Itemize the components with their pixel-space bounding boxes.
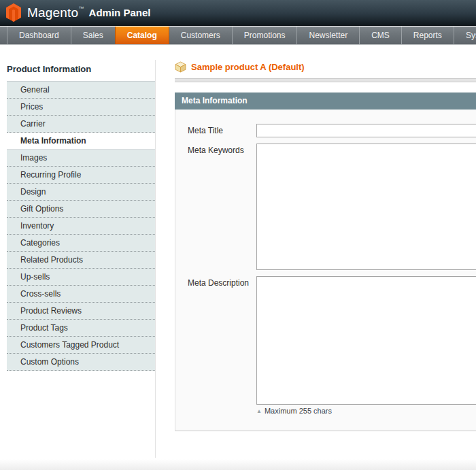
app-header: Magento™ Admin Panel xyxy=(0,0,476,26)
main-content: Sample product A (Default) Meta Informat… xyxy=(175,60,476,431)
trademark: ™ xyxy=(78,5,84,12)
nav-item[interactable]: Reports xyxy=(401,27,454,44)
nav-item[interactable]: Customers xyxy=(169,27,232,44)
meta-keywords-label: Meta Keywords xyxy=(188,144,256,270)
brand-subtitle: Admin Panel xyxy=(89,7,151,18)
sidebar-item[interactable]: Gift Options xyxy=(7,201,155,218)
page-bottom-band xyxy=(0,459,476,470)
sidebar-item[interactable]: Recurring Profile xyxy=(7,167,155,184)
sidebar-item[interactable]: Meta Information xyxy=(7,133,155,150)
main-navbar: DashboardSalesCatalogCustomersPromotions… xyxy=(0,27,476,45)
sidebar-menu: GeneralPricesCarrierMeta InformationImag… xyxy=(7,81,155,371)
nav-item[interactable]: Dashboard xyxy=(7,27,71,44)
sidebar-title: Product Information xyxy=(7,60,155,81)
meta-title-input[interactable] xyxy=(256,124,476,137)
brand-text: Magento™ xyxy=(27,5,84,20)
meta-title-label: Meta Title xyxy=(188,124,256,137)
meta-keywords-textarea[interactable] xyxy=(256,144,476,270)
sidebar-item[interactable]: Inventory xyxy=(7,218,155,235)
sidebar-item[interactable]: Custom Options xyxy=(7,354,155,371)
nav-item[interactable]: System xyxy=(454,27,476,44)
nav-item[interactable]: CMS xyxy=(359,27,401,44)
magento-logo-icon xyxy=(5,3,22,22)
meta-title-row: Meta Title xyxy=(188,124,476,137)
sidebar-item[interactable]: Related Products xyxy=(7,252,155,269)
sidebar-item[interactable]: Design xyxy=(7,184,155,201)
sidebar-item[interactable]: Customers Tagged Product xyxy=(7,337,155,354)
meta-keywords-row: Meta Keywords xyxy=(188,144,476,270)
page-title-text: Sample product A (Default) xyxy=(191,62,305,72)
sidebar-item[interactable]: Carrier xyxy=(7,116,155,133)
field-note: ▲Maximum 255 chars xyxy=(256,407,476,415)
page-title: Sample product A (Default) xyxy=(175,60,476,73)
meta-description-label: Meta Description xyxy=(188,276,256,415)
nav-list: DashboardSalesCatalogCustomersPromotions… xyxy=(0,27,476,44)
nav-item[interactable]: Newsletter xyxy=(296,27,359,44)
field-note-text: Maximum 255 chars xyxy=(265,407,332,415)
nav-item[interactable]: Catalog xyxy=(115,27,169,44)
sidebar-item[interactable]: Product Reviews xyxy=(7,303,155,320)
meta-information-panel: Meta Title Meta Keywords Meta Descriptio… xyxy=(175,110,476,431)
sidebar-item[interactable]: Product Tags xyxy=(7,320,155,337)
product-sidebar: Product Information GeneralPricesCarrier… xyxy=(7,60,156,458)
sidebar-item[interactable]: Categories xyxy=(7,235,155,252)
sidebar-item[interactable]: Prices xyxy=(7,99,155,116)
meta-description-textarea[interactable] xyxy=(256,276,476,405)
sidebar-item[interactable]: General xyxy=(7,82,155,99)
sidebar-item[interactable]: Cross-sells xyxy=(7,286,155,303)
nav-item[interactable]: Promotions xyxy=(232,27,297,44)
title-divider xyxy=(175,78,476,82)
section-header: Meta Information xyxy=(175,93,476,110)
sidebar-item[interactable]: Up-sells xyxy=(7,269,155,286)
nav-item[interactable]: Sales xyxy=(71,27,115,44)
meta-description-row: Meta Description ▲Maximum 255 chars xyxy=(188,276,476,415)
note-arrow-icon: ▲ xyxy=(256,408,262,414)
product-cube-icon xyxy=(175,61,186,73)
sidebar-item[interactable]: Images xyxy=(7,150,155,167)
